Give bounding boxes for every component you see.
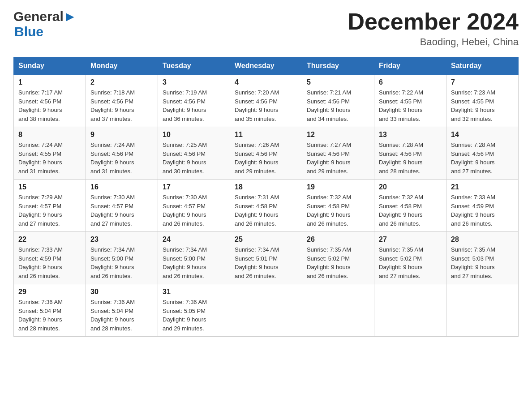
calendar-day-cell: 14 Sunrise: 7:28 AMSunset: 4:56 PMDaylig… (446, 127, 519, 180)
day-number: 16 (90, 183, 153, 191)
day-number: 12 (307, 131, 369, 139)
day-number: 17 (163, 183, 225, 191)
day-info: Sunrise: 7:18 AMSunset: 4:56 PMDaylight:… (90, 88, 153, 123)
calendar-day-cell (302, 284, 374, 337)
day-info: Sunrise: 7:36 AMSunset: 5:04 PMDaylight:… (18, 298, 81, 333)
day-info: Sunrise: 7:27 AMSunset: 4:56 PMDaylight:… (307, 141, 369, 176)
day-number: 29 (18, 288, 81, 296)
day-info: Sunrise: 7:17 AMSunset: 4:56 PMDaylight:… (18, 88, 81, 123)
calendar-week-row: 22 Sunrise: 7:33 AMSunset: 4:59 PMDaylig… (14, 232, 519, 284)
calendar-day-cell: 5 Sunrise: 7:21 AMSunset: 4:56 PMDayligh… (302, 75, 374, 127)
day-info: Sunrise: 7:26 AMSunset: 4:56 PMDaylight:… (235, 141, 297, 176)
weekday-header-saturday: Saturday (446, 57, 519, 75)
day-info: Sunrise: 7:20 AMSunset: 4:56 PMDaylight:… (235, 88, 297, 123)
calendar-day-cell: 29 Sunrise: 7:36 AMSunset: 5:04 PMDaylig… (14, 284, 86, 337)
day-number: 11 (235, 131, 297, 139)
day-number: 20 (379, 183, 442, 191)
calendar-day-cell: 25 Sunrise: 7:34 AMSunset: 5:01 PMDaylig… (230, 232, 302, 284)
day-info: Sunrise: 7:34 AMSunset: 5:00 PMDaylight:… (163, 245, 225, 280)
day-number: 13 (379, 131, 442, 139)
calendar-day-cell: 15 Sunrise: 7:29 AMSunset: 4:57 PMDaylig… (14, 180, 86, 232)
day-info: Sunrise: 7:28 AMSunset: 4:56 PMDaylight:… (379, 141, 442, 176)
day-info: Sunrise: 7:29 AMSunset: 4:57 PMDaylight:… (18, 193, 81, 228)
calendar-day-cell: 18 Sunrise: 7:31 AMSunset: 4:58 PMDaylig… (230, 180, 302, 232)
day-number: 7 (451, 78, 514, 86)
calendar-day-cell: 4 Sunrise: 7:20 AMSunset: 4:56 PMDayligh… (230, 75, 302, 127)
calendar-day-cell: 6 Sunrise: 7:22 AMSunset: 4:55 PMDayligh… (374, 75, 446, 127)
day-info: Sunrise: 7:24 AMSunset: 4:56 PMDaylight:… (90, 141, 153, 176)
logo-general-text: General (13, 9, 64, 24)
day-number: 18 (235, 183, 297, 191)
calendar-day-cell: 8 Sunrise: 7:24 AMSunset: 4:55 PMDayligh… (14, 127, 86, 180)
logo-blue-text: Blue (14, 24, 43, 39)
day-info: Sunrise: 7:36 AMSunset: 5:04 PMDaylight:… (90, 298, 153, 333)
weekday-header-thursday: Thursday (302, 57, 374, 75)
day-number: 2 (90, 78, 153, 86)
day-info: Sunrise: 7:22 AMSunset: 4:55 PMDaylight:… (379, 88, 442, 123)
month-title: December 2024 (348, 9, 519, 34)
calendar-day-cell: 23 Sunrise: 7:34 AMSunset: 5:00 PMDaylig… (86, 232, 158, 284)
calendar-day-cell: 9 Sunrise: 7:24 AMSunset: 4:56 PMDayligh… (86, 127, 158, 180)
day-info: Sunrise: 7:34 AMSunset: 5:01 PMDaylight:… (235, 245, 297, 280)
calendar-day-cell: 1 Sunrise: 7:17 AMSunset: 4:56 PMDayligh… (14, 75, 86, 127)
calendar-week-row: 1 Sunrise: 7:17 AMSunset: 4:56 PMDayligh… (14, 75, 519, 127)
day-info: Sunrise: 7:28 AMSunset: 4:56 PMDaylight:… (451, 141, 514, 176)
day-info: Sunrise: 7:24 AMSunset: 4:55 PMDaylight:… (18, 141, 81, 176)
location-title: Baoding, Hebei, China (348, 36, 519, 48)
calendar-day-cell: 28 Sunrise: 7:35 AMSunset: 5:03 PMDaylig… (446, 232, 519, 284)
day-number: 9 (90, 131, 153, 139)
day-number: 15 (18, 183, 81, 191)
weekday-header-wednesday: Wednesday (230, 57, 302, 75)
calendar-day-cell: 2 Sunrise: 7:18 AMSunset: 4:56 PMDayligh… (86, 75, 158, 127)
day-number: 1 (18, 78, 81, 86)
calendar-week-row: 8 Sunrise: 7:24 AMSunset: 4:55 PMDayligh… (14, 127, 519, 180)
day-info: Sunrise: 7:25 AMSunset: 4:56 PMDaylight:… (163, 141, 225, 176)
day-info: Sunrise: 7:33 AMSunset: 4:59 PMDaylight:… (18, 245, 81, 280)
calendar-day-cell: 30 Sunrise: 7:36 AMSunset: 5:04 PMDaylig… (86, 284, 158, 337)
day-number: 10 (163, 131, 225, 139)
calendar-day-cell (446, 284, 519, 337)
day-info: Sunrise: 7:21 AMSunset: 4:56 PMDaylight:… (307, 88, 369, 123)
calendar-table: SundayMondayTuesdayWednesdayThursdayFrid… (13, 57, 519, 337)
calendar-day-cell: 27 Sunrise: 7:35 AMSunset: 5:02 PMDaylig… (374, 232, 446, 284)
day-number: 23 (90, 235, 153, 244)
page-header: General ► Blue December 2024 Baoding, He… (13, 9, 519, 48)
day-info: Sunrise: 7:31 AMSunset: 4:58 PMDaylight:… (235, 193, 297, 228)
calendar-day-cell: 22 Sunrise: 7:33 AMSunset: 4:59 PMDaylig… (14, 232, 86, 284)
title-section: December 2024 Baoding, Hebei, China (348, 9, 519, 48)
calendar-day-cell: 31 Sunrise: 7:36 AMSunset: 5:05 PMDaylig… (158, 284, 230, 337)
weekday-header-friday: Friday (374, 57, 446, 75)
day-info: Sunrise: 7:34 AMSunset: 5:00 PMDaylight:… (90, 245, 153, 280)
logo-chevron-icon: ► (64, 9, 77, 24)
day-number: 8 (18, 131, 81, 139)
day-number: 14 (451, 131, 514, 139)
calendar-day-cell: 12 Sunrise: 7:27 AMSunset: 4:56 PMDaylig… (302, 127, 374, 180)
calendar-week-row: 15 Sunrise: 7:29 AMSunset: 4:57 PMDaylig… (14, 180, 519, 232)
calendar-day-cell: 21 Sunrise: 7:33 AMSunset: 4:59 PMDaylig… (446, 180, 519, 232)
calendar-day-cell: 16 Sunrise: 7:30 AMSunset: 4:57 PMDaylig… (86, 180, 158, 232)
weekday-header-sunday: Sunday (14, 57, 86, 75)
calendar-day-cell (374, 284, 446, 337)
day-info: Sunrise: 7:30 AMSunset: 4:57 PMDaylight:… (163, 193, 225, 228)
day-info: Sunrise: 7:35 AMSunset: 5:02 PMDaylight:… (307, 245, 369, 280)
weekday-header-monday: Monday (86, 57, 158, 75)
day-number: 6 (379, 78, 442, 86)
day-number: 3 (163, 78, 225, 86)
day-info: Sunrise: 7:33 AMSunset: 4:59 PMDaylight:… (451, 193, 514, 228)
calendar-day-cell (230, 284, 302, 337)
calendar-day-cell: 13 Sunrise: 7:28 AMSunset: 4:56 PMDaylig… (374, 127, 446, 180)
day-info: Sunrise: 7:35 AMSunset: 5:02 PMDaylight:… (379, 245, 442, 280)
day-number: 31 (163, 288, 225, 296)
day-number: 30 (90, 288, 153, 296)
day-number: 24 (163, 235, 225, 244)
calendar-day-cell: 7 Sunrise: 7:23 AMSunset: 4:55 PMDayligh… (446, 75, 519, 127)
weekday-header-tuesday: Tuesday (158, 57, 230, 75)
calendar-week-row: 29 Sunrise: 7:36 AMSunset: 5:04 PMDaylig… (14, 284, 519, 337)
calendar-day-cell: 17 Sunrise: 7:30 AMSunset: 4:57 PMDaylig… (158, 180, 230, 232)
calendar-day-cell: 24 Sunrise: 7:34 AMSunset: 5:00 PMDaylig… (158, 232, 230, 284)
day-info: Sunrise: 7:32 AMSunset: 4:58 PMDaylight:… (379, 193, 442, 228)
calendar-day-cell: 10 Sunrise: 7:25 AMSunset: 4:56 PMDaylig… (158, 127, 230, 180)
calendar-day-cell: 20 Sunrise: 7:32 AMSunset: 4:58 PMDaylig… (374, 180, 446, 232)
day-number: 28 (451, 235, 514, 244)
day-number: 5 (307, 78, 369, 86)
